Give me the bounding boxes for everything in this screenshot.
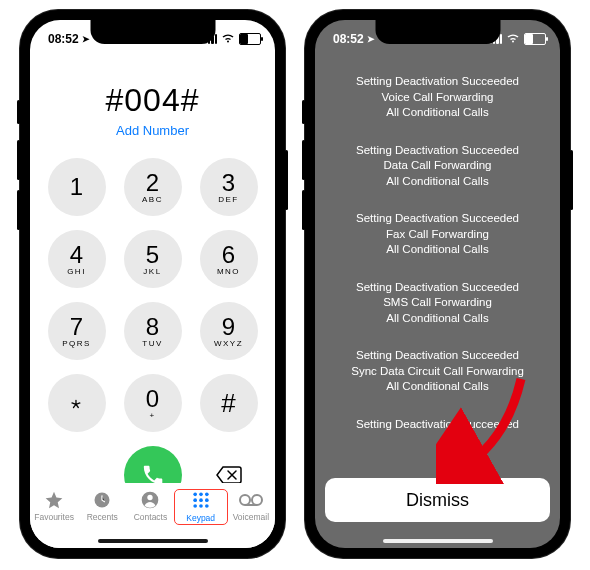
home-indicator[interactable] [383, 539, 493, 543]
key-6[interactable]: 6MNO [200, 230, 258, 288]
result-line: Setting Deactivation Succeeded [329, 74, 546, 90]
add-number-link[interactable]: Add Number [30, 123, 275, 138]
key-letters: GHI [67, 268, 86, 276]
volume-down-button [302, 190, 305, 230]
wifi-icon [221, 33, 235, 45]
result-message-block: Setting Deactivation SucceededData Call … [329, 143, 546, 190]
key-digit: 9 [222, 315, 235, 339]
side-button [570, 150, 573, 210]
keypad-icon [191, 491, 211, 511]
key-digit: 2 [146, 171, 159, 195]
key-digit: # [221, 390, 235, 416]
battery-icon [524, 33, 546, 45]
key-star[interactable]: ﹡ [48, 374, 106, 432]
location-icon: ➤ [367, 34, 375, 44]
result-line: SMS Call Forwarding [329, 295, 546, 311]
result-line: Sync Data Circuit Call Forwarding [329, 364, 546, 380]
mute-switch [302, 100, 305, 124]
svg-point-9 [193, 504, 197, 508]
tab-recents[interactable]: Recents [78, 490, 126, 522]
result-line: Data Call Forwarding [329, 158, 546, 174]
result-message-block: Setting Deactivation SucceededSMS Call F… [329, 280, 546, 327]
key-0[interactable]: 0+ [124, 374, 182, 432]
tab-label: Contacts [134, 512, 168, 522]
svg-point-7 [199, 498, 203, 502]
dismiss-label: Dismiss [406, 490, 469, 511]
svg-point-4 [199, 493, 203, 497]
result-line: All Conditional Calls [329, 242, 546, 258]
key-8[interactable]: 8TUV [124, 302, 182, 360]
ussd-result: Setting Deactivation SucceededVoice Call… [315, 54, 560, 548]
key-letters: JKL [143, 268, 161, 276]
key-1[interactable]: 1 [48, 158, 106, 216]
key-letters: MNO [217, 268, 240, 276]
key-2[interactable]: 2ABC [124, 158, 182, 216]
key-letters: DEF [218, 196, 239, 204]
svg-point-6 [193, 498, 197, 502]
result-line: Setting Deactivation Succeeded [329, 211, 546, 227]
key-4[interactable]: 4GHI [48, 230, 106, 288]
tab-label: Recents [87, 512, 118, 522]
result-line: Setting Deactivation Succeeded [329, 417, 546, 433]
result-line: All Conditional Calls [329, 311, 546, 327]
svg-point-11 [205, 504, 209, 508]
voicemail-icon [239, 490, 263, 510]
result-message-block: Setting Deactivation SucceededFax Call F… [329, 211, 546, 258]
phone-frame-right: 08:52 ➤ Setting Deactivation SucceededVo… [305, 10, 570, 558]
key-digit: 6 [222, 243, 235, 267]
tab-label: Favourites [34, 512, 74, 522]
key-digit: 8 [146, 315, 159, 339]
dialed-number: #004# [30, 82, 275, 119]
result-line: Setting Deactivation Succeeded [329, 280, 546, 296]
result-message-block: Setting Deactivation Succeeded [329, 417, 546, 433]
mute-switch [17, 100, 20, 124]
notch [90, 20, 215, 44]
star-icon [44, 490, 64, 510]
key-digit: ﹡ [64, 390, 90, 416]
tab-contacts[interactable]: Contacts [126, 490, 174, 522]
key-5[interactable]: 5JKL [124, 230, 182, 288]
phone-frame-left: 08:52 ➤ #004# Add Number 12ABC3DEF4GHI5J… [20, 10, 285, 558]
result-line: All Conditional Calls [329, 379, 546, 395]
tab-keypad[interactable]: Keypad [175, 490, 227, 524]
status-time: 08:52 [48, 32, 79, 46]
side-button [285, 150, 288, 210]
keypad: 12ABC3DEF4GHI5JKL6MNO7PQRS8TUV9WXYZ﹡0+# [48, 158, 258, 432]
tab-label: Voicemail [233, 512, 269, 522]
key-digit: 3 [222, 171, 235, 195]
result-message-block: Setting Deactivation SucceededVoice Call… [329, 74, 546, 121]
result-line: Voice Call Forwarding [329, 90, 546, 106]
status-time: 08:52 [333, 32, 364, 46]
key-7[interactable]: 7PQRS [48, 302, 106, 360]
wifi-icon [506, 33, 520, 45]
key-letters: ABC [142, 196, 163, 204]
svg-point-8 [205, 498, 209, 502]
svg-point-2 [148, 495, 153, 500]
key-digit: 4 [70, 243, 83, 267]
svg-point-10 [199, 504, 203, 508]
result-line: Fax Call Forwarding [329, 227, 546, 243]
key-9[interactable]: 9WXYZ [200, 302, 258, 360]
key-letters: PQRS [62, 340, 91, 348]
key-hash[interactable]: # [200, 374, 258, 432]
tab-voicemail[interactable]: Voicemail [227, 490, 275, 522]
svg-point-3 [193, 493, 197, 497]
notch [375, 20, 500, 44]
svg-point-12 [240, 495, 250, 505]
svg-point-13 [252, 495, 262, 505]
key-digit: 1 [70, 175, 83, 199]
key-3[interactable]: 3DEF [200, 158, 258, 216]
tab-favourites[interactable]: Favourites [30, 490, 78, 522]
result-line: Setting Deactivation Succeeded [329, 143, 546, 159]
key-letters: TUV [142, 340, 163, 348]
dismiss-button[interactable]: Dismiss [325, 478, 550, 522]
key-digit: 5 [146, 243, 159, 267]
key-letters: WXYZ [214, 340, 243, 348]
delete-icon [215, 465, 243, 485]
key-digit: 0 [146, 387, 159, 411]
result-line: All Conditional Calls [329, 174, 546, 190]
home-indicator[interactable] [98, 539, 208, 543]
clock-icon [92, 490, 112, 510]
svg-point-5 [205, 493, 209, 497]
key-letters: + [149, 412, 155, 420]
